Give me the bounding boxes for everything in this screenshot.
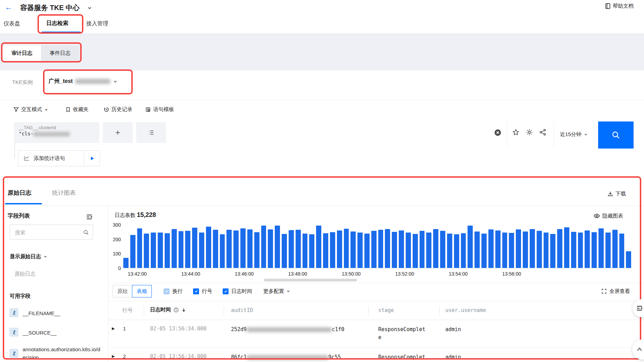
gear-icon[interactable] [526,128,533,136]
help-doc-label: 帮助文档 [613,3,634,9]
tree-connector [14,143,15,158]
play-icon[interactable] [90,156,95,161]
hide-chart-button[interactable]: 隐藏图表 [593,212,623,219]
divider [84,151,84,166]
col-log-time[interactable]: 日志时间 [150,306,186,313]
back-arrow-icon[interactable]: ← [5,3,13,11]
eye-icon [593,212,600,219]
tab-log-search[interactable]: 日志检索 [46,20,68,27]
results-tab-underline [5,203,42,204]
results-tab-raw-logs[interactable]: 原始日志 [8,189,31,197]
subtab-event-log[interactable]: 事件日志 [41,45,79,61]
col-stage: stage [378,307,394,313]
share-icon[interactable] [539,128,547,136]
audit-id-redacted [247,355,328,360]
favorites-label: 收藏夹 [73,106,89,113]
search-button[interactable] [598,121,634,149]
add-statement-label: 添加统计语句 [34,155,65,162]
history-button[interactable]: 历史记录 [104,106,132,113]
instance-select[interactable]: 广州_test [49,78,118,85]
wrap-checkbox[interactable]: 换行 [164,288,183,295]
subtab-band: 审计日志 事件日志 [0,33,644,70]
help-doc-icon [604,3,611,9]
help-doc-link[interactable]: 帮助文档 [604,3,634,9]
download-button[interactable]: 下载 [607,191,626,197]
field-name: annotations.authorization.k8s.io/decisio… [23,345,101,362]
condition-list-button[interactable] [136,122,166,143]
col-line-no: 行号 [122,307,133,314]
fullscreen-label: 全屏查看 [609,288,630,295]
add-condition-button[interactable]: + [103,122,133,143]
clear-query-icon[interactable] [494,129,502,136]
log-count-value: 15,228 [137,211,156,219]
field-item-filename[interactable]: t __FILENAME__ [9,308,101,317]
table-row[interactable]: ▶ 2 02-05 13:56:34.000 86fc19c55 Respons… [108,348,644,362]
expand-row-icon[interactable]: ▶ [112,326,115,331]
divider [554,122,554,148]
fullscreen-button[interactable]: 全屏查看 [601,288,630,295]
info-icon[interactable] [173,307,179,313]
field-item-annotations[interactable]: t annotations.authorization.k8s.io/decis… [9,345,101,362]
log-type-toggle: 审计日志 事件日志 [3,45,79,61]
search-icon [611,130,621,140]
statement-template-button[interactable]: 语句模板 [145,106,174,113]
results-tab-stat-charts[interactable]: 统计图表 [52,189,76,197]
title-chevron-down-icon[interactable] [87,5,92,11]
expand-row-icon[interactable]: ▶ [112,354,115,359]
time-range-select[interactable]: 近15分钟 [560,131,588,138]
sort-desc-icon[interactable] [181,307,186,313]
search-icon [83,229,89,236]
line-number-checkbox[interactable]: 行号 [193,288,212,295]
chevron-down-icon [44,108,48,112]
row-line-no: 2 [123,353,126,359]
chart-scrollbar[interactable] [264,279,357,281]
display-mode-select[interactable]: 显示原始日志 [10,253,48,260]
field-search-input[interactable] [10,225,93,240]
collapse-icon [636,304,643,312]
display-mode-label: 显示原始日志 [10,253,41,260]
field-name: __SOURCE__ [23,329,101,337]
log-time-label: 日志时间 [231,288,252,295]
bookmark-icon [65,107,71,112]
instance-label: TKE实例 [12,79,33,86]
collapse-panel-icon[interactable] [85,213,93,221]
statement-template-label: 语句模板 [153,106,174,113]
wrap-label: 换行 [172,288,183,295]
statement-template-icon [145,107,151,112]
favorites-button[interactable]: 收藏夹 [65,106,89,113]
query-tag-chip[interactable]: __TAG__.clusterId "cls- [14,122,99,143]
chevron-down-icon [43,254,48,259]
query-tag-value: "cls- [19,131,94,136]
row-audit-id: 252d9c1f0 [231,326,344,334]
history-label: 历史记录 [112,106,132,113]
star-icon[interactable] [512,128,520,136]
chart-line-icon [23,155,30,162]
view-raw-button[interactable]: 原始 [113,285,132,297]
line-number-label: 行号 [202,288,212,295]
table-row[interactable]: ▶ 1 02-05 13:56:34.000 252d9c1f0 Respons… [108,320,644,348]
add-statement-button[interactable]: 添加统计语句 [18,150,100,166]
query-tag-key: __TAG__.clusterId [19,125,94,130]
chart-bars[interactable] [123,225,631,268]
plus-icon: + [115,128,120,137]
text-type-icon: t [9,328,18,337]
active-tab-underline [42,32,81,33]
history-icon [104,107,109,112]
log-count-label: 日志条数 [115,212,135,219]
divider [368,306,369,315]
log-time-checkbox[interactable]: 日志时间 [223,288,252,295]
row-stage: ResponseComplete [378,326,426,342]
tab-access-mgmt[interactable]: 接入管理 [86,20,108,27]
field-item-source[interactable]: t __SOURCE__ [9,328,101,337]
view-table-button[interactable]: 表格 [132,285,152,297]
row-user: admin [445,326,461,334]
tab-dashboard[interactable]: 仪表盘 [3,20,20,27]
field-list-panel: 字段列表 显示原始日志 原始日志 可用字段 t __FILENAME__ t _… [0,205,108,362]
interactive-mode-button[interactable]: 交互模式 [13,106,48,113]
divider [507,122,507,148]
more-config-button[interactable]: 更多配置 [263,288,290,295]
row-user: admin [445,353,461,361]
checkbox-checked-dim [164,288,170,294]
subtab-audit-log[interactable]: 审计日志 [3,45,41,61]
download-label: 下载 [616,191,626,197]
